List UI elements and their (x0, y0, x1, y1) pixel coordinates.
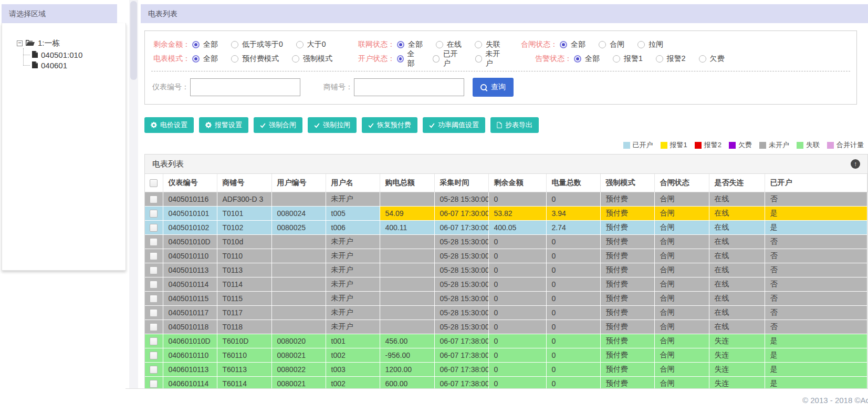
row-checkbox[interactable] (150, 323, 158, 331)
legend-item: 合并计量 (827, 140, 864, 150)
table-row[interactable]: 0405010110T0110未开户05-28 15:30:0000预付费合闸在… (145, 249, 867, 263)
radio-icon[interactable] (560, 41, 567, 48)
radio-option[interactable]: 在线 (436, 40, 462, 49)
row-checkbox[interactable] (150, 252, 158, 260)
radio-option[interactable]: 报警1 (613, 54, 643, 64)
row-checkbox[interactable] (150, 309, 158, 317)
row-checkbox[interactable] (150, 195, 158, 203)
radio-option[interactable]: 全部 (192, 54, 218, 64)
row-checkbox[interactable] (150, 366, 158, 374)
radio-option[interactable]: 欠费 (699, 54, 725, 64)
column-header[interactable]: 是否失连 (709, 174, 765, 192)
collapse-icon[interactable] (17, 40, 23, 46)
shop-no-input[interactable] (354, 78, 464, 96)
action-button[interactable]: 功率阈值设置 (423, 117, 485, 133)
radio-icon[interactable] (292, 55, 299, 63)
radio-icon[interactable] (192, 55, 200, 63)
radio-option[interactable]: 报警2 (656, 54, 686, 64)
radio-option[interactable]: 预付费模式 (231, 54, 279, 64)
radio-icon[interactable] (192, 41, 200, 48)
action-button[interactable]: 报警设置 (199, 117, 248, 133)
radio-option[interactable]: 拉闸 (637, 40, 663, 49)
row-checkbox[interactable] (150, 295, 158, 303)
radio-icon[interactable] (231, 55, 238, 63)
radio-icon[interactable] (656, 55, 663, 63)
table-row[interactable]: 040501010DT010d未开户05-28 15:30:0000预付费合闸在… (145, 235, 867, 249)
row-checkbox[interactable] (150, 238, 158, 246)
radio-option[interactable]: 低于或等于0 (231, 40, 283, 49)
table-row[interactable]: 0405010115T0115未开户05-28 15:30:0000预付费合闸在… (145, 292, 867, 306)
tree-node-label[interactable]: 040501:010 (41, 50, 82, 59)
vertical-scrollbar[interactable] (129, 0, 138, 412)
column-header[interactable]: 采集时间 (434, 174, 488, 192)
select-all-checkbox[interactable] (150, 179, 158, 187)
column-header[interactable]: 用户名 (326, 174, 380, 192)
table-row[interactable]: 0406010114T601140080021t002600.0006-07 1… (145, 377, 867, 389)
radio-option[interactable]: 未开户 (475, 49, 505, 68)
radio-icon[interactable] (613, 55, 620, 63)
column-header[interactable]: 合闸状态 (654, 174, 709, 192)
radio-option[interactable]: 全部 (192, 40, 218, 49)
radio-icon[interactable] (699, 55, 706, 63)
table-row[interactable]: 0405010118T0118未开户05-28 15:30:0000预付费合闸在… (145, 320, 867, 334)
column-header[interactable]: 电量总数 (546, 174, 600, 192)
tree-node-label[interactable]: 040601 (41, 61, 67, 70)
table-row[interactable]: 0405010102T01020080025t006400.1106-07 17… (145, 221, 867, 235)
action-button[interactable]: 恢复预付费 (362, 117, 417, 133)
table-row[interactable]: 0405010116ADF300-D 3未开户05-28 15:30:0000预… (145, 192, 867, 207)
column-header[interactable]: 商铺号 (217, 174, 271, 192)
row-checkbox[interactable] (150, 380, 158, 388)
radio-icon[interactable] (436, 41, 443, 48)
radio-option[interactable]: 全部 (397, 49, 420, 68)
radio-option[interactable]: 全部 (574, 54, 600, 64)
action-button[interactable]: 抄表导出 (490, 117, 539, 133)
action-button[interactable]: 强制拉闸 (308, 117, 357, 133)
row-checkbox[interactable] (150, 352, 158, 359)
column-header[interactable]: 剩余金额 (488, 174, 546, 192)
meter-no-input[interactable] (190, 78, 300, 96)
row-checkbox[interactable] (150, 281, 158, 289)
radio-icon[interactable] (231, 41, 238, 48)
tree-node[interactable]: 040601 (19, 60, 126, 70)
radio-option[interactable]: 已开户 (433, 49, 462, 68)
scrollbar-thumb[interactable] (130, 1, 137, 80)
radio-icon[interactable] (475, 55, 482, 63)
radio-option[interactable]: 失联 (475, 40, 500, 49)
radio-icon[interactable] (397, 41, 404, 48)
radio-icon[interactable] (397, 55, 404, 63)
radio-icon[interactable] (475, 41, 482, 48)
column-header[interactable]: 用户编号 (271, 174, 326, 192)
radio-option[interactable]: 强制模式 (292, 54, 332, 64)
column-header[interactable]: 购电总额 (380, 174, 434, 192)
radio-icon[interactable] (637, 41, 645, 48)
radio-icon[interactable] (599, 41, 606, 48)
column-header[interactable]: 仪表编号 (163, 174, 217, 192)
table-row[interactable]: 0405010114T0114未开户05-28 15:30:0000预付费合闸在… (145, 277, 867, 292)
radio-icon[interactable] (296, 41, 304, 48)
column-header[interactable]: 已开户 (765, 174, 867, 192)
tree-node[interactable]: 040501:010 (19, 49, 126, 60)
radio-icon[interactable] (433, 55, 439, 63)
table-row[interactable]: 0406010113T601130080022t0031200.0006-07 … (145, 363, 867, 377)
table-row[interactable]: 0405010117T0117未开户05-28 15:30:0000预付费合闸在… (145, 306, 867, 320)
table-row[interactable]: 0405010101T01010080024t00554.0906-07 17:… (145, 207, 867, 221)
radio-option[interactable]: 合闸 (599, 40, 624, 49)
action-button[interactable]: 强制合闸 (254, 117, 302, 133)
query-button[interactable]: 查询 (473, 78, 514, 97)
column-header[interactable]: 强制模式 (600, 174, 654, 192)
radio-option[interactable]: 全部 (560, 40, 585, 49)
tree-root-label[interactable]: 1:一栋 (38, 38, 60, 48)
table-row[interactable]: 040601010DT6010D0080020t001456.0006-07 1… (145, 334, 867, 348)
row-checkbox[interactable] (150, 210, 158, 218)
radio-icon[interactable] (574, 55, 581, 63)
collapse-up-icon[interactable] (851, 159, 860, 169)
radio-option[interactable]: 全部 (397, 40, 423, 49)
row-checkbox[interactable] (150, 337, 158, 345)
table-row[interactable]: 0406010110T601100080021t002-956.0006-07 … (145, 348, 867, 363)
row-checkbox[interactable] (150, 224, 158, 232)
tree-root-node[interactable]: 1:一栋 (17, 38, 126, 48)
row-checkbox[interactable] (150, 266, 158, 274)
table-row[interactable]: 0405010113T0113未开户05-28 15:30:0000预付费合闸在… (145, 263, 867, 277)
action-button[interactable]: 电价设置 (144, 117, 194, 133)
radio-option[interactable]: 大于0 (296, 40, 326, 49)
